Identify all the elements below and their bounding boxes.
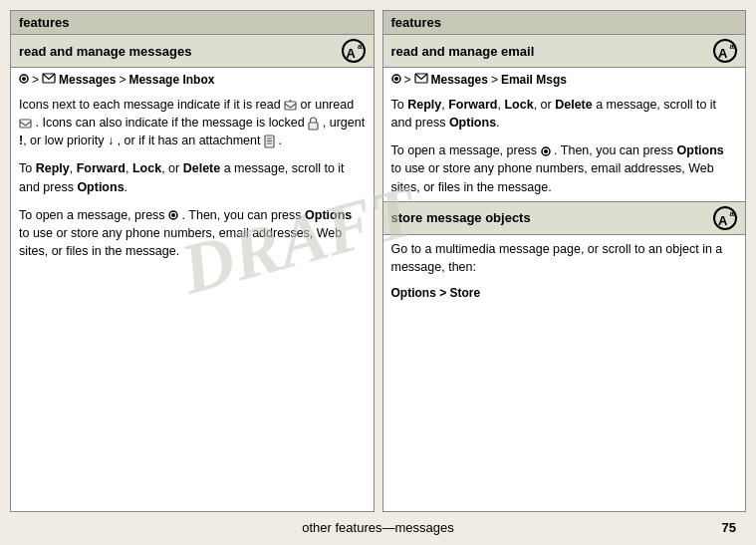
right-body-text-3: Go to a multimedia message page, or scro…	[383, 235, 746, 281]
svg-rect-5	[309, 123, 318, 130]
right-column: features read and manage email A a > Mes…	[382, 10, 747, 512]
left-section-header: features	[11, 11, 374, 35]
content-area: features read and manage messages A a >	[0, 0, 756, 512]
big-a-left: A	[347, 47, 356, 60]
left-body-text-2: To Reply, Forward, Lock, or Delete a mes…	[11, 154, 374, 200]
tiny-a-right2: a	[730, 209, 734, 218]
left-body-text-3: To open a message, press . Then, you can…	[11, 201, 374, 265]
left-header-label: features	[19, 15, 70, 30]
right-nav-path-1: > Messages > Email Msgs	[383, 68, 746, 91]
accessibility-icon-right2: A a	[713, 206, 737, 230]
big-a-right1: A	[718, 47, 727, 60]
svg-point-1	[22, 77, 26, 81]
big-a-right2: A	[718, 214, 727, 227]
left-column: features read and manage messages A a >	[10, 10, 375, 512]
envelope-icon-right	[414, 73, 428, 87]
tiny-a-left: a	[358, 42, 362, 51]
footer-text: other features—messages	[302, 520, 453, 535]
right-sub2-title: store message objects	[391, 210, 531, 225]
right-header-label: features	[391, 15, 442, 30]
nav-dot-icon-right1	[391, 73, 401, 87]
footer-page-number: 75	[722, 520, 736, 535]
attachment-icon	[264, 134, 278, 147]
nav-dot-icon-left	[19, 73, 29, 87]
left-nav-path: > Messages > features Message Inbox	[11, 68, 374, 91]
right-subsection2-header: store message objects A a	[383, 201, 746, 235]
envelope-icon-left	[42, 73, 56, 87]
right-sub1-title: read and manage email	[391, 44, 535, 59]
svg-point-13	[394, 77, 398, 81]
svg-point-11	[171, 213, 175, 217]
svg-rect-4	[20, 120, 31, 128]
store-nav: Options > Store	[391, 286, 481, 300]
read-icon	[284, 98, 300, 112]
left-sub1-title: read and manage messages	[19, 44, 191, 59]
accessibility-icon-right1: A a	[713, 39, 737, 63]
page-container: features read and manage messages A a >	[0, 0, 756, 545]
nav-center-icon-right	[541, 143, 554, 157]
right-nav-path-2: Options > Store	[383, 281, 746, 304]
left-subsection1-header: read and manage messages A a	[11, 35, 374, 68]
right-body-text-2: To open a message, press . Then, you can…	[383, 136, 746, 200]
svg-point-16	[544, 149, 548, 153]
accessibility-icon-left: A a	[342, 39, 366, 63]
tiny-a-right1: a	[730, 42, 734, 51]
lock-icon	[308, 116, 322, 130]
right-body-text-1: To Reply, Forward, Lock, or Delete a mes…	[383, 91, 746, 136]
footer-area: other features—messages 75	[0, 512, 756, 545]
right-subsection1-header: read and manage email A a	[383, 35, 746, 68]
low-priority-icon: ↓	[108, 134, 114, 147]
unread-icon	[19, 116, 35, 130]
store-para: Go to a multimedia message page, or scro…	[391, 242, 723, 274]
left-body-text-1: Icons next to each message indicate if i…	[11, 91, 374, 154]
svg-rect-3	[285, 102, 296, 110]
right-section-header: features	[383, 11, 746, 35]
nav-center-icon-left2	[168, 208, 181, 222]
